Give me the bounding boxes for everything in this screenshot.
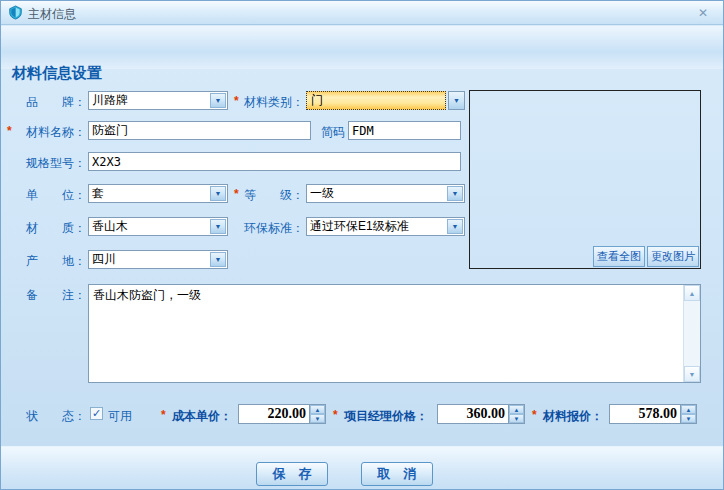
category-select[interactable]: 门 — [306, 91, 446, 110]
material-label: 材 质： — [5, 220, 86, 237]
close-icon[interactable]: ✕ — [695, 5, 711, 21]
status-option-label: 可用 — [108, 408, 138, 425]
origin-value: 四川 — [89, 251, 209, 268]
brand-select[interactable]: 川路牌 ▼ — [88, 91, 228, 110]
chevron-down-icon: ▼ — [215, 256, 222, 263]
pm-price-label: 项目经理价格： — [344, 408, 428, 425]
arrow-down-icon: ▼ — [689, 371, 696, 378]
shortcode-input[interactable] — [348, 121, 461, 140]
quote-spin-up-button[interactable]: ▲ — [681, 405, 696, 414]
scroll-up-button[interactable]: ▲ — [684, 285, 700, 301]
arrow-down-icon: ▼ — [514, 416, 520, 422]
grade-value: 一级 — [307, 185, 446, 202]
brand-label: 品 牌： — [5, 94, 86, 111]
shortcode-label: 简码 — [293, 124, 345, 141]
chevron-down-icon: ▼ — [452, 223, 459, 230]
brand-value: 川路牌 — [89, 92, 209, 109]
pm-price-input[interactable] — [438, 405, 508, 423]
cost-price-input[interactable] — [239, 405, 309, 423]
chevron-down-icon: ▼ — [453, 97, 460, 104]
cost-price-label: 成本单价： — [172, 408, 232, 425]
category-label: 材料类别： — [241, 94, 304, 111]
remarks-textarea[interactable]: 香山木防盗门，一级 ▲ ▼ — [88, 284, 701, 383]
material-value: 香山木 — [89, 218, 209, 235]
spec-label: 规格型号： — [5, 155, 86, 172]
quote-price-spinner[interactable]: ▲ ▼ — [609, 404, 697, 424]
chevron-down-icon: ▼ — [452, 190, 459, 197]
app-icon — [8, 5, 23, 20]
grade-select[interactable]: 一级 ▼ — [306, 184, 465, 203]
chevron-down-icon: ▼ — [215, 97, 222, 104]
cost-price-spinner[interactable]: ▲ ▼ — [238, 404, 326, 424]
env-standard-value: 通过环保E1级标准 — [307, 218, 446, 235]
name-label: 材料名称： — [5, 124, 86, 141]
cost-spin-up-button[interactable]: ▲ — [310, 405, 325, 414]
remarks-text: 香山木防盗门，一级 — [89, 285, 683, 382]
required-asterisk: * — [161, 408, 166, 422]
material-name-input[interactable] — [88, 121, 311, 140]
pm-spin-up-button[interactable]: ▲ — [509, 405, 524, 414]
image-preview: 查看全图 更改图片 — [469, 90, 701, 269]
arrow-up-icon: ▲ — [514, 407, 520, 413]
arrow-up-icon: ▲ — [686, 407, 692, 413]
material-dropdown-button[interactable]: ▼ — [210, 219, 226, 234]
page-title: 材料信息设置 — [12, 64, 102, 83]
remarks-label: 备 注： — [5, 287, 86, 304]
unit-select[interactable]: 套 ▼ — [88, 184, 228, 203]
change-image-button[interactable]: 更改图片 — [647, 246, 699, 267]
status-checkbox[interactable]: ✓ — [90, 407, 103, 420]
header-band: 材料信息设置 — [1, 26, 723, 69]
quote-price-input[interactable] — [610, 405, 680, 423]
required-asterisk: * — [333, 408, 338, 422]
title-bar: 主材信息 ✕ — [1, 1, 723, 25]
brand-dropdown-button[interactable]: ▼ — [210, 93, 226, 108]
cost-spin-down-button[interactable]: ▼ — [310, 414, 325, 423]
unit-value: 套 — [89, 185, 209, 202]
required-asterisk: * — [532, 408, 537, 422]
cancel-button[interactable]: 取 消 — [361, 462, 433, 486]
save-button[interactable]: 保 存 — [256, 462, 328, 486]
required-asterisk: * — [234, 187, 239, 201]
view-full-image-button[interactable]: 查看全图 — [593, 246, 645, 267]
env-standard-label: 环保标准： — [241, 220, 304, 237]
pm-price-spinner[interactable]: ▲ ▼ — [437, 404, 525, 424]
window-title: 主材信息 — [28, 6, 76, 23]
grade-dropdown-button[interactable]: ▼ — [447, 186, 463, 201]
chevron-down-icon: ▼ — [215, 190, 222, 197]
env-dropdown-button[interactable]: ▼ — [447, 219, 463, 234]
arrow-up-icon: ▲ — [689, 290, 696, 297]
env-standard-select[interactable]: 通过环保E1级标准 ▼ — [306, 217, 465, 236]
quote-price-label: 材料报价： — [543, 408, 603, 425]
remarks-scrollbar[interactable]: ▲ ▼ — [683, 285, 700, 382]
quote-spin-down-button[interactable]: ▼ — [681, 414, 696, 423]
grade-label: 等 级： — [241, 187, 304, 204]
required-asterisk: * — [234, 94, 239, 108]
arrow-up-icon: ▲ — [315, 407, 321, 413]
status-label: 状 态： — [5, 408, 86, 425]
scroll-down-button[interactable]: ▼ — [684, 366, 700, 382]
unit-dropdown-button[interactable]: ▼ — [210, 186, 226, 201]
origin-label: 产 地： — [5, 253, 86, 270]
material-select[interactable]: 香山木 ▼ — [88, 217, 228, 236]
chevron-down-icon: ▼ — [215, 223, 222, 230]
arrow-down-icon: ▼ — [315, 416, 321, 422]
arrow-down-icon: ▼ — [686, 416, 692, 422]
origin-select[interactable]: 四川 ▼ — [88, 250, 228, 269]
spec-input[interactable] — [88, 152, 461, 171]
origin-dropdown-button[interactable]: ▼ — [210, 252, 226, 267]
category-dropdown-button[interactable]: ▼ — [448, 91, 465, 110]
unit-label: 单 位： — [5, 187, 86, 204]
material-info-window: 主材信息 ✕ 材料信息设置 品 牌： 川路牌 ▼ * 材料类别： 门 ▼ * 材… — [0, 0, 724, 490]
pm-spin-down-button[interactable]: ▼ — [509, 414, 524, 423]
